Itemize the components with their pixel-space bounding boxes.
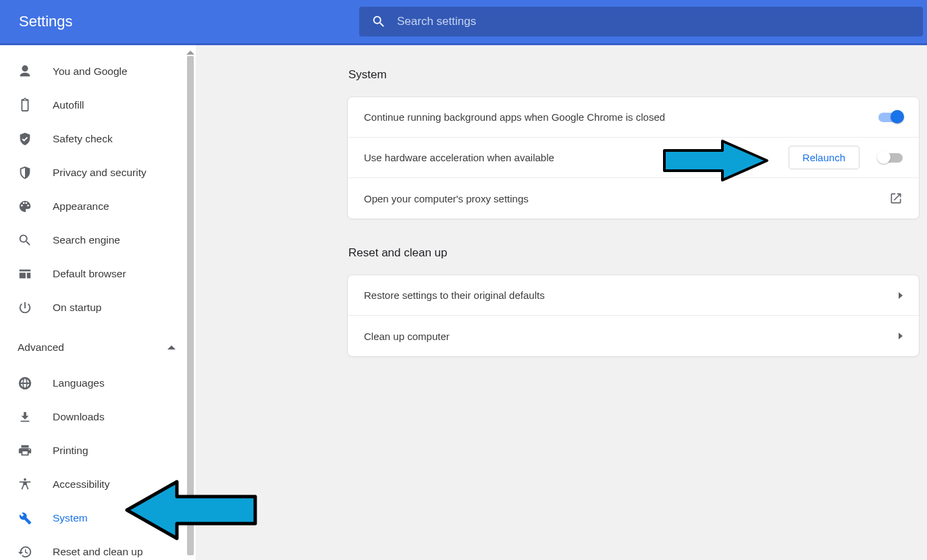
sidebar-item-label: Downloads [53, 411, 105, 423]
row-proxy-settings[interactable]: Open your computer's proxy settings [348, 178, 919, 219]
person-icon [18, 64, 32, 79]
row-hardware-acceleration: Use hardware acceleration when available… [348, 138, 919, 178]
section-title-reset: Reset and clean up [348, 246, 920, 260]
relaunch-button[interactable]: Relaunch [789, 146, 859, 169]
sidebar-item-label: Printing [53, 445, 88, 457]
shield-icon [18, 165, 32, 180]
header-bar: Settings [0, 0, 927, 43]
row-background-apps: Continue running background apps when Go… [348, 97, 919, 138]
accessibility-icon [18, 477, 32, 492]
main-content: System Continue running background apps … [196, 45, 927, 560]
globe-icon [18, 376, 32, 391]
row-label: Use hardware acceleration when available [364, 152, 789, 163]
power-icon [18, 300, 32, 315]
sidebar-item-on-startup[interactable]: On startup [0, 291, 196, 325]
sidebar-item-accessibility[interactable]: Accessibility [0, 468, 196, 501]
row-label: Clean up computer [364, 331, 899, 342]
sidebar-item-label: Reset and clean up [53, 546, 143, 558]
sidebar-item-label: Autofill [53, 99, 84, 111]
sidebar-advanced-label: Advanced [18, 341, 167, 354]
sidebar-item-label: Accessibility [53, 478, 109, 491]
browser-icon [18, 267, 32, 281]
clipboard-icon [18, 98, 32, 113]
palette-icon [18, 199, 32, 214]
reset-card: Restore settings to their original defau… [347, 275, 920, 357]
row-label: Restore settings to their original defau… [364, 289, 899, 301]
sidebar-item-safety-check[interactable]: Safety check [0, 122, 196, 156]
sidebar-advanced-toggle[interactable]: Advanced [0, 331, 196, 364]
sidebar-item-label: Privacy and security [53, 167, 147, 179]
sidebar-item-printing[interactable]: Printing [0, 434, 196, 468]
restore-icon [18, 544, 32, 559]
section-title-system: System [348, 68, 920, 82]
shield-check-icon [18, 132, 32, 146]
toggle-background-apps[interactable] [878, 113, 903, 122]
sidebar-item-label: You and Google [53, 65, 128, 78]
caret-up-icon [167, 345, 176, 349]
row-clean-up-computer[interactable]: Clean up computer [348, 316, 919, 356]
scroll-thumb[interactable] [187, 56, 194, 555]
sidebar-item-system[interactable]: System [0, 501, 196, 535]
toggle-hardware-acceleration[interactable] [878, 153, 903, 163]
sidebar-item-label: Safety check [53, 133, 113, 145]
search-icon [18, 233, 32, 248]
sidebar-item-label: Default browser [53, 268, 126, 280]
scroll-up-icon [186, 51, 194, 55]
sidebar-item-label: Appearance [53, 200, 109, 213]
search-icon [371, 14, 386, 29]
open-external-icon [889, 192, 903, 205]
sidebar-item-privacy-security[interactable]: Privacy and security [0, 156, 196, 190]
sidebar-item-languages[interactable]: Languages [0, 366, 196, 400]
sidebar-scrollbar[interactable] [185, 51, 196, 560]
page-title: Settings [19, 13, 359, 30]
row-label: Continue running background apps when Go… [364, 111, 878, 123]
chevron-right-icon [899, 333, 903, 339]
print-icon [18, 443, 32, 458]
row-restore-defaults[interactable]: Restore settings to their original defau… [348, 275, 919, 316]
row-label: Open your computer's proxy settings [364, 193, 889, 204]
sidebar-item-label: Languages [53, 377, 105, 389]
sidebar-item-label: Search engine [53, 234, 120, 246]
chevron-right-icon [899, 292, 903, 299]
wrench-icon [18, 511, 32, 526]
sidebar: You and Google Autofill Safety check Pri… [0, 45, 196, 560]
sidebar-item-appearance[interactable]: Appearance [0, 190, 196, 223]
download-icon [18, 410, 32, 424]
sidebar-item-search-engine[interactable]: Search engine [0, 223, 196, 257]
sidebar-item-label: On startup [53, 302, 101, 314]
sidebar-item-autofill[interactable]: Autofill [0, 88, 196, 122]
search-input[interactable] [397, 15, 911, 28]
sidebar-item-label: System [53, 512, 88, 524]
sidebar-item-you-and-google[interactable]: You and Google [0, 55, 196, 88]
system-card: Continue running background apps when Go… [347, 96, 920, 219]
search-box[interactable] [359, 7, 923, 36]
sidebar-item-reset-cleanup[interactable]: Reset and clean up [0, 535, 196, 560]
sidebar-item-downloads[interactable]: Downloads [0, 400, 196, 434]
sidebar-item-default-browser[interactable]: Default browser [0, 257, 196, 291]
